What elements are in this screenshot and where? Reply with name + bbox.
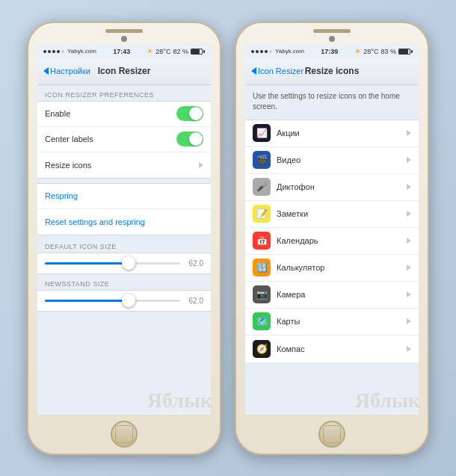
app-name-5: Калькулятор: [277, 263, 401, 272]
camera-2: [329, 36, 335, 42]
chevron-right-icon-1: [199, 162, 203, 168]
nav-title-2: Resize icons: [305, 66, 360, 76]
app-row-6[interactable]: 📷 Камера: [245, 282, 419, 309]
app-list: 📈 Акции 🎬 Видео 🎤 Диктофон 📝 Заметки 📅: [245, 120, 419, 362]
back-label-1: Настройки: [50, 67, 90, 75]
phone-2: Yabyk.com 17:39 ☀ 28°C 83 % Icon Resizer…: [235, 22, 429, 455]
chevron-left-icon-1: [43, 67, 49, 75]
nav-bar-2: Icon Resizer Resize icons: [245, 58, 419, 85]
app-chevron-7: [407, 318, 411, 324]
app-row-8[interactable]: 🧭 Компас: [245, 336, 419, 362]
app-name-3: Заметки: [277, 209, 401, 218]
app-chevron-0: [407, 130, 411, 136]
center-labels-label: Center labels: [45, 135, 93, 143]
app-name-8: Компас: [277, 344, 401, 353]
reset-respring-link[interactable]: Reset settings and respring: [45, 217, 145, 226]
slider-track-1[interactable]: [45, 262, 180, 265]
battery-icon-1: [191, 49, 205, 55]
resize-icons-row[interactable]: Resize icons: [37, 152, 211, 178]
home-button-inner-2: [323, 425, 341, 443]
signal-dots-1: [43, 50, 64, 53]
app-chevron-2: [407, 184, 411, 190]
list-description: Use the settings to resize icons on the …: [245, 85, 419, 120]
screen-1: Yabyk.com 17:43 ☀ 28°C 82 % Настройки Ic…: [37, 45, 211, 415]
back-label-2: Icon Resizer: [258, 67, 304, 75]
time-1: 17:43: [113, 48, 130, 55]
app-row-7[interactable]: 🗺️ Карты: [245, 309, 419, 336]
battery-2: 83 %: [380, 48, 396, 55]
enable-row[interactable]: Enable: [37, 102, 211, 127]
center-labels-toggle[interactable]: [176, 132, 203, 146]
app-row-5[interactable]: 🔢 Калькулятор: [245, 255, 419, 282]
app-chevron-6: [407, 291, 411, 297]
signal-dots-2: [251, 50, 272, 53]
status-right-1: ☀ 28°C 82 %: [147, 47, 205, 55]
toggle-knob-2: [189, 132, 203, 146]
back-button-2[interactable]: Icon Resizer: [251, 67, 304, 75]
center-labels-row[interactable]: Center labels: [37, 127, 211, 152]
settings-content-1: ICON RESIZER PREFERENCES Enable Center l…: [37, 85, 211, 415]
app-icon-8: 🧭: [253, 340, 271, 358]
section-header-3: NEWSSTAND SIZE: [37, 274, 211, 290]
app-chevron-4: [407, 238, 411, 244]
slider-container-2: 62.0: [37, 290, 211, 312]
app-icon-7: 🗺️: [253, 312, 271, 330]
enable-label: Enable: [45, 109, 70, 118]
app-icon-4: 📅: [253, 232, 271, 250]
battery-icon-2: [398, 49, 413, 55]
back-button-1[interactable]: Настройки: [43, 67, 90, 75]
enable-toggle[interactable]: [176, 106, 203, 121]
app-name-4: Календарь: [277, 236, 401, 245]
app-icon-6: 📷: [253, 285, 271, 303]
app-icon-2: 🎤: [253, 178, 271, 196]
time-2: 17:39: [321, 48, 338, 55]
section-header-1: ICON RESIZER PREFERENCES: [37, 85, 211, 101]
temp-2: 28°C: [363, 48, 378, 55]
app-chevron-3: [407, 211, 411, 217]
app-row-1[interactable]: 🎬 Видео: [245, 147, 419, 174]
toggle-knob-1: [189, 107, 203, 120]
app-icon-5: 🔢: [253, 259, 271, 276]
screen-2: Yabyk.com 17:39 ☀ 28°C 83 % Icon Resizer…: [245, 45, 419, 415]
app-name-0: Акции: [277, 129, 401, 137]
app-row-0[interactable]: 📈 Акции: [245, 120, 419, 147]
carrier-1: Yabyk.com: [67, 48, 96, 55]
carrier-2: Yabyk.com: [275, 48, 304, 55]
status-left-2: Yabyk.com: [251, 48, 304, 55]
home-button-2[interactable]: [318, 421, 345, 448]
status-bar-1: Yabyk.com 17:43 ☀ 28°C 82 %: [37, 45, 211, 58]
status-right-2: ☀ 28°C 83 %: [354, 47, 413, 55]
speaker-2: [313, 29, 351, 33]
home-button-1[interactable]: [111, 421, 138, 448]
section-header-2: DEFAULT ICON SIZE: [37, 237, 211, 253]
home-button-inner-1: [115, 425, 133, 443]
battery-1: 82 %: [173, 48, 188, 55]
slider-row-2: 62.0: [45, 297, 203, 305]
phone-top-1: [28, 23, 220, 45]
watermark-2: Яблык: [355, 389, 420, 412]
app-row-3[interactable]: 📝 Заметки: [245, 201, 419, 228]
app-chevron-8: [407, 346, 411, 352]
weather-icon-1: ☀: [147, 47, 153, 55]
chevron-left-icon-2: [251, 67, 256, 75]
speaker-1: [105, 29, 143, 33]
watermark-1: Яблык: [147, 389, 212, 412]
app-name-6: Камера: [277, 290, 401, 299]
nav-title-1: Icon Resizer: [98, 66, 151, 76]
status-bar-2: Yabyk.com 17:39 ☀ 28°C 83 %: [245, 45, 419, 58]
nav-bar-1: Настройки Icon Resizer: [37, 58, 211, 85]
reset-respring-row[interactable]: Reset settings and respring: [37, 209, 211, 235]
app-row-2[interactable]: 🎤 Диктофон: [245, 174, 419, 201]
temp-1: 28°C: [155, 48, 170, 55]
app-name-2: Диктофон: [277, 182, 401, 191]
slider-track-2[interactable]: [45, 300, 180, 302]
respring-row[interactable]: Respring: [37, 184, 211, 209]
app-icon-0: 📈: [253, 124, 271, 142]
app-chevron-5: [407, 265, 411, 271]
resize-icons-label: Resize icons: [45, 161, 91, 170]
weather-icon-2: ☀: [354, 47, 361, 55]
slider-container-1: 62.0: [37, 253, 211, 274]
respring-link[interactable]: Respring: [45, 191, 78, 200]
app-name-7: Карты: [277, 317, 401, 326]
app-row-4[interactable]: 📅 Календарь: [245, 228, 419, 255]
